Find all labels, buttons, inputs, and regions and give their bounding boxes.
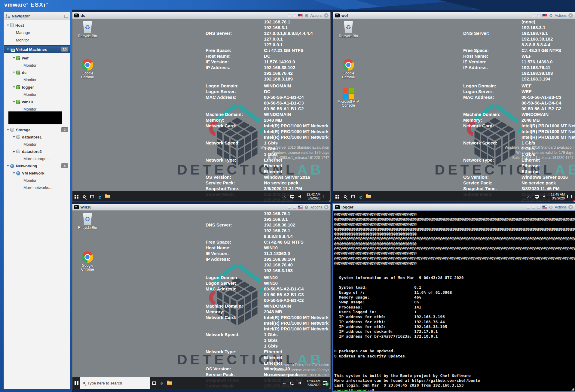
actions-menu[interactable]: Actions [310,205,322,209]
search-icon[interactable] [341,191,349,202]
task-view-icon[interactable] [88,191,96,202]
sidebar-item-storage[interactable]: ▼ Storage 2 [4,126,70,133]
chevron-down-icon[interactable]: ▼ [12,86,16,89]
sidebar-item-host[interactable]: ▼ Host [4,22,70,29]
close-icon[interactable]: ✕ [324,205,329,209]
window-titlebar-logger[interactable]: logger ⚙ Actions ✕ [333,204,575,211]
file-explorer-icon[interactable] [166,377,173,389]
tray-expand-icon[interactable]: ︿ [281,377,289,389]
chevron-down-icon[interactable]: ▼ [12,135,16,138]
actions-menu[interactable]: Actions [555,14,567,18]
chevron-down-icon[interactable]: ▼ [6,48,10,51]
restore-window-icon[interactable] [532,206,535,209]
restore-window-icon[interactable] [288,14,291,17]
chevron-down-icon[interactable]: ▼ [12,56,16,59]
desktop-icon-recycle-bin[interactable]: ♻ Recycle Bin [337,21,360,38]
keyboard-layout-flag-icon[interactable] [298,205,303,209]
sidebar-item-more-networks[interactable]: More networks... [4,184,70,191]
sidebar-item-virtual-machines[interactable]: ▼ Virtual Machines 10 [4,45,70,53]
window-titlebar-wef[interactable]: wef ⚙ Actions ✕ [333,12,575,19]
actions-menu[interactable]: Actions [310,14,322,18]
chevron-down-icon[interactable]: ▼ [6,128,10,131]
search-icon[interactable] [80,191,88,202]
close-icon[interactable]: ✕ [568,13,573,18]
gear-icon[interactable]: ⚙ [549,205,553,209]
chevron-down-icon[interactable]: ▼ [6,164,10,167]
task-view-icon[interactable] [349,191,357,202]
taskbar-clock[interactable]: 12:42 AM3/9/2020 [304,193,323,200]
sidebar-item-vm-wef[interactable]: ▼ wef [4,54,70,62]
close-icon[interactable]: ✕ [568,205,573,209]
network-tray-icon[interactable] [533,191,541,202]
sidebar-item-networking[interactable]: ▼ Networking 4 [4,162,70,169]
desktop-icon-google-chrome[interactable]: Google Chrome [76,251,99,272]
gear-icon[interactable]: ⚙ [304,205,308,209]
action-center-icon[interactable] [567,195,572,198]
panel-pin-icon[interactable] [64,15,68,18]
sidebar-item-datastore1-monitor[interactable]: Monitor [4,141,70,148]
edge-icon[interactable]: e [158,377,166,389]
desktop-icon-recycle-bin[interactable]: ♻ Recycle Bin [76,21,99,38]
desktop-icon-google-chrome[interactable]: Google Chrome [76,59,99,79]
windows-taskbar[interactable]: e ︿ ✕ 12:42 AM3/9/2020 [72,191,330,202]
volume-muted-icon[interactable]: ✕ [296,377,304,389]
chevron-down-icon[interactable]: ▼ [12,100,16,103]
sidebar-item-logger-monitor[interactable]: Monitor [4,91,70,98]
remote-desktop-wef[interactable]: DETECTIONLAB ♻ Recycle Bin Google Chrome… [333,19,575,202]
chevron-down-icon[interactable]: ▼ [12,71,16,74]
action-center-icon[interactable]: 6 [323,381,327,385]
chevron-right-icon[interactable]: ▶ [12,150,16,153]
start-button[interactable] [333,191,341,202]
maximize-window-icon[interactable] [537,206,540,209]
desktop-icon-google-chrome[interactable]: Google Chrome [337,59,360,79]
volume-muted-icon[interactable]: ✕ [296,191,304,202]
close-icon[interactable]: ✕ [324,13,329,18]
remote-desktop-dc[interactable]: DETECTIONLAB ♻ Recycle Bin Google Chrome… [72,19,330,202]
window-titlebar-dc[interactable]: dc ⚙ Actions ✕ [72,12,330,19]
file-explorer-icon[interactable] [365,191,372,202]
popout-window-icon[interactable] [527,206,530,209]
taskbar-clock[interactable]: 12:43 AM3/9/2020 [304,379,323,387]
sidebar-item-vm-network[interactable]: ▼ VM Network [4,169,70,177]
resize-grip[interactable] [571,387,574,390]
sidebar-item-vm-win10[interactable]: ▼ win10 [4,98,70,105]
internet-explorer-icon[interactable]: e [96,191,104,202]
chevron-down-icon[interactable]: ▼ [12,172,16,175]
start-button[interactable] [72,191,80,202]
actions-menu[interactable]: Actions [555,205,567,209]
maximize-window-icon[interactable] [293,14,296,17]
sidebar-item-dc-monitor[interactable]: Monitor [4,76,70,83]
sidebar-item-wef-monitor[interactable]: Monitor [4,62,70,69]
start-button[interactable] [72,377,80,389]
network-tray-icon[interactable] [289,377,296,389]
tray-expand-icon[interactable]: ︿ [281,191,289,202]
maximize-window-icon[interactable] [537,14,540,17]
sidebar-item-host-monitor[interactable]: Monitor [4,36,70,44]
windows-taskbar[interactable]: Type here to search e ︿ ✕ 12:43 AM3/9/20… [72,377,330,389]
network-tray-icon[interactable] [289,191,296,202]
task-view-icon[interactable] [150,377,158,389]
keyboard-layout-flag-icon[interactable] [298,14,303,17]
volume-muted-icon[interactable]: ✕ [541,191,549,202]
sidebar-item-vm-network-monitor[interactable]: Monitor [4,177,70,184]
restore-window-icon[interactable] [532,14,535,17]
sidebar-item-datastore2[interactable]: ▶ datastore2 [4,148,70,155]
internet-explorer-icon[interactable]: e [357,191,365,202]
windows-taskbar[interactable]: e ︿ ✕ 12:45 AM3/9/2020 [333,191,575,202]
keyboard-layout-flag-icon[interactable] [542,205,547,209]
taskbar-clock[interactable]: 12:45 AM3/9/2020 [549,193,567,200]
window-titlebar-win10[interactable]: win10 ⚙ Actions ✕ [72,204,330,211]
sidebar-item-datastore1[interactable]: ▼ datastore1 [4,133,70,141]
keyboard-layout-flag-icon[interactable] [542,14,547,17]
remote-desktop-win10[interactable]: DETECTIONLAB ♻ Recycle Bin Google Chrome… [72,211,330,389]
logger-terminal[interactable]: @@@@@@@@@@@@@@@@@@@@@@@@@@@@@@@@@@@@@@@@… [333,211,575,391]
sidebar-item-more-storage[interactable]: More storage... [4,155,70,162]
chevron-down-icon[interactable]: ▼ [6,24,10,27]
gear-icon[interactable]: ⚙ [549,13,553,18]
tray-expand-icon[interactable]: ︿ [525,191,533,202]
desktop-icon-microsoft-ata-console[interactable]: Microsoft ATA Console [337,88,360,108]
file-explorer-icon[interactable] [104,191,112,202]
sidebar-item-vm-logger[interactable]: ▼ logger [4,84,70,91]
sidebar-item-host-manage[interactable]: Manage [4,29,70,36]
gear-icon[interactable]: ⚙ [304,13,308,18]
